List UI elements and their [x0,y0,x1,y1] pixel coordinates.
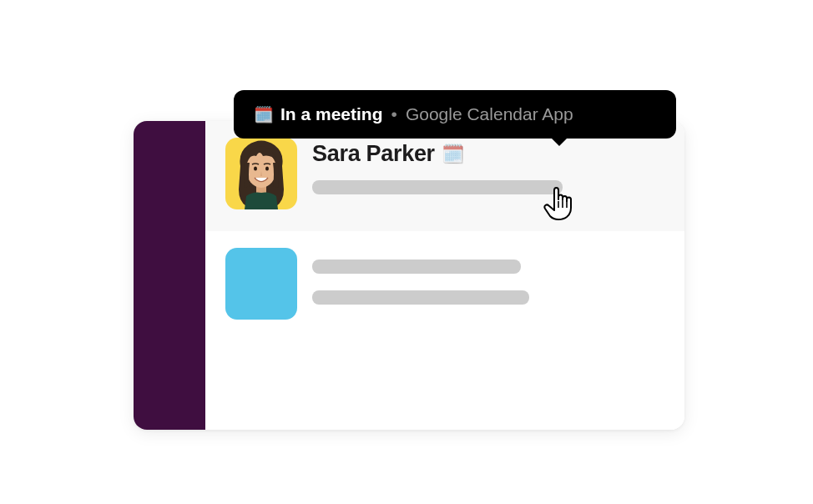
avatar-placeholder[interactable] [225,248,297,320]
avatar-illustration [228,138,295,209]
tooltip-status-text: In a meeting [280,104,383,124]
message-content [312,248,664,321]
message-text-placeholder [312,290,529,305]
message-content: Sara Parker 🗓️ [312,138,664,211]
status-emoji-icon[interactable]: 🗓️ [442,144,464,165]
hand-cursor-icon [543,185,574,220]
username-row: Sara Parker 🗓️ [312,141,664,167]
avatar[interactable] [225,138,297,209]
svg-point-2 [254,167,257,171]
message-text-placeholder [312,180,563,194]
calendar-icon: 🗓️ [254,105,274,124]
message-text-placeholder [312,260,521,274]
svg-point-3 [265,167,269,171]
tooltip-separator: • [391,104,397,124]
tooltip-app-name: Google Calendar App [406,104,573,124]
slack-window: Sara Parker 🗓️ [134,121,684,430]
workspace-sidebar[interactable] [134,121,205,430]
message-list: Sara Parker 🗓️ [205,121,684,430]
username[interactable]: Sara Parker [312,141,435,167]
status-tooltip: 🗓️ In a meeting • Google Calendar App [234,90,676,139]
message-row[interactable] [205,231,684,341]
